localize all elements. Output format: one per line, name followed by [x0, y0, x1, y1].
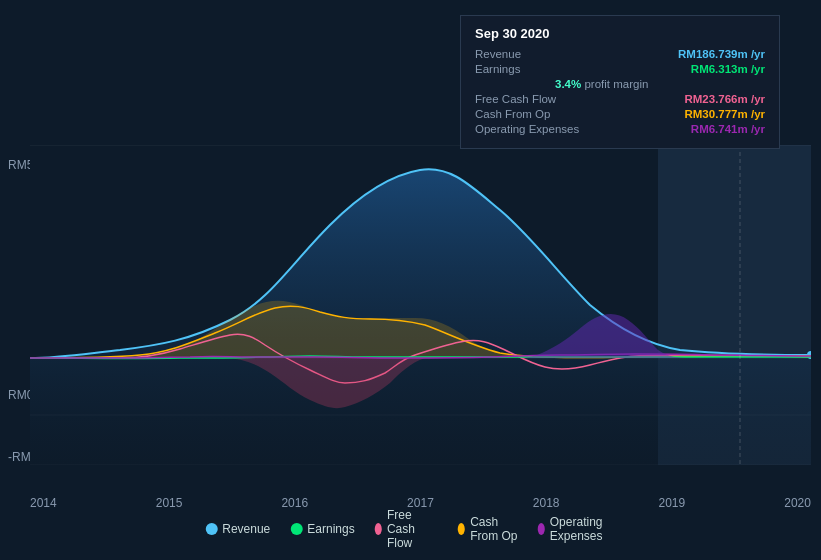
tooltip-earnings-row: Earnings RM6.313m /yr	[475, 63, 765, 75]
earnings-value: RM6.313m /yr	[691, 63, 765, 75]
tooltip-box: Sep 30 2020 Revenue RM186.739m /yr Earni…	[460, 15, 780, 149]
legend-cashfromop[interactable]: Cash From Op	[458, 515, 518, 543]
legend-label-cashfromop: Cash From Op	[470, 515, 517, 543]
legend-earnings[interactable]: Earnings	[290, 522, 354, 536]
legend-label-earnings: Earnings	[307, 522, 354, 536]
legend-fcf[interactable]: Free Cash Flow	[375, 508, 438, 550]
legend-dot-cashfromop	[458, 523, 465, 535]
legend-dot-earnings	[290, 523, 302, 535]
legend-revenue[interactable]: Revenue	[205, 522, 270, 536]
cashfromop-label: Cash From Op	[475, 108, 550, 120]
revenue-value: RM186.739m /yr	[678, 48, 765, 60]
opex-value: RM6.741m /yr	[691, 123, 765, 135]
fcf-value: RM23.766m /yr	[684, 93, 765, 105]
legend-label-revenue: Revenue	[222, 522, 270, 536]
legend-dot-revenue	[205, 523, 217, 535]
legend-label-fcf: Free Cash Flow	[387, 508, 438, 550]
earnings-label: Earnings	[475, 63, 520, 75]
tooltip-opex-row: Operating Expenses RM6.741m /yr	[475, 123, 765, 135]
x-label-2019: 2019	[659, 496, 686, 510]
opex-label: Operating Expenses	[475, 123, 579, 135]
tooltip-revenue-row: Revenue RM186.739m /yr	[475, 48, 765, 60]
chart-legend: Revenue Earnings Free Cash Flow Cash Fro…	[205, 508, 616, 550]
profit-margin: 3.4% profit margin	[475, 78, 765, 90]
legend-dot-fcf	[375, 523, 382, 535]
profit-margin-value: 3.4%	[555, 78, 581, 90]
revenue-label: Revenue	[475, 48, 521, 60]
fcf-label: Free Cash Flow	[475, 93, 556, 105]
tooltip-cashfromop-row: Cash From Op RM30.777m /yr	[475, 108, 765, 120]
chart-container: Sep 30 2020 Revenue RM186.739m /yr Earni…	[0, 0, 821, 560]
cashfromop-value: RM30.777m /yr	[684, 108, 765, 120]
chart-svg	[30, 145, 811, 465]
legend-dot-opex	[538, 523, 545, 535]
legend-label-opex: Operating Expenses	[550, 515, 616, 543]
tooltip-title: Sep 30 2020	[475, 26, 765, 41]
x-label-2020: 2020	[784, 496, 811, 510]
legend-opex[interactable]: Operating Expenses	[538, 515, 616, 543]
x-label-2015: 2015	[156, 496, 183, 510]
tooltip-fcf-row: Free Cash Flow RM23.766m /yr	[475, 93, 765, 105]
x-label-2014: 2014	[30, 496, 57, 510]
